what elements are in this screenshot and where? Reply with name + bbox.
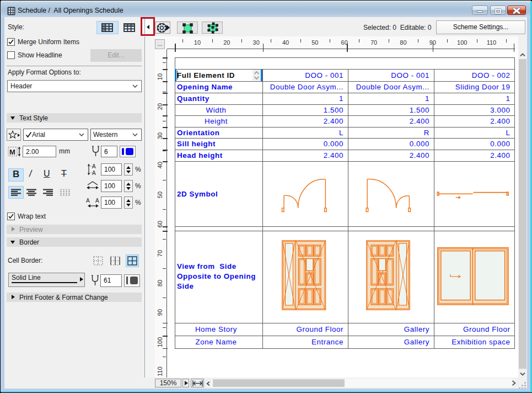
svg-text:A: A [95, 198, 99, 204]
svg-text:M: M [9, 148, 15, 156]
svg-text:A: A [92, 163, 96, 169]
svg-text:A: A [86, 198, 90, 204]
svg-text:A: A [92, 170, 96, 176]
